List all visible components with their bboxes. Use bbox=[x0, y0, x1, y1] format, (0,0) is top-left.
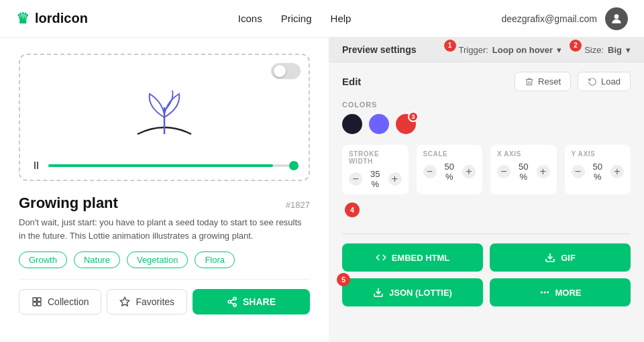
trash-icon bbox=[525, 77, 534, 87]
gif-label: GIF bbox=[561, 253, 576, 263]
pause-icon[interactable]: ⏸ bbox=[31, 160, 42, 172]
plant-icon bbox=[124, 80, 205, 154]
stroke-value: 35 % bbox=[366, 169, 384, 189]
bottom-actions: Collection Favorites SHARE bbox=[19, 279, 310, 315]
trigger-value: Loop on hover bbox=[492, 45, 553, 55]
colors-label: COLORS bbox=[342, 101, 631, 109]
star-icon bbox=[119, 296, 130, 307]
collection-icon bbox=[32, 296, 42, 307]
more-icon bbox=[539, 287, 550, 298]
svg-point-9 bbox=[233, 304, 236, 306]
stroke-minus-button[interactable]: − bbox=[349, 172, 362, 186]
size-label: Size: bbox=[584, 45, 604, 55]
yaxis-label: Y AXIS bbox=[572, 150, 625, 158]
json-lottie-wrapper: 5 JSON (LOTTIE) bbox=[342, 278, 483, 306]
icon-preview: ⏸ bbox=[19, 54, 310, 181]
xaxis-minus-button[interactable]: − bbox=[497, 165, 511, 178]
user-area: deezgrafix@gmail.com bbox=[501, 7, 628, 30]
favorites-label: Favorites bbox=[136, 296, 174, 307]
json-lottie-button[interactable]: JSON (LOTTIE) bbox=[342, 278, 483, 306]
avatar[interactable] bbox=[605, 7, 628, 30]
svg-marker-6 bbox=[121, 297, 129, 306]
icon-name: Growing plant bbox=[19, 194, 118, 212]
stroke-width-control: STROKE WIDTH − 35 % + bbox=[342, 145, 409, 194]
main-layout: ⏸ Growing plant #1827 Don't wait, just s… bbox=[0, 38, 644, 342]
sliders-row: STROKE WIDTH − 35 % + SCALE − 50 % + bbox=[342, 145, 631, 194]
scale-minus-button[interactable]: − bbox=[423, 165, 437, 178]
progress-knob bbox=[289, 161, 299, 170]
more-button[interactable]: MORE bbox=[490, 278, 631, 306]
reset-label: Reset bbox=[538, 76, 561, 87]
tag-flora[interactable]: Flora bbox=[195, 251, 235, 268]
toggle-button[interactable] bbox=[271, 63, 301, 79]
svg-point-15 bbox=[547, 292, 548, 292]
nav-pricing[interactable]: Pricing bbox=[281, 13, 312, 24]
download-icon-json bbox=[373, 287, 384, 298]
xaxis-plus-button[interactable]: + bbox=[537, 165, 550, 178]
nav-icons[interactable]: Icons bbox=[238, 13, 262, 24]
share-button[interactable]: SHARE bbox=[193, 289, 310, 315]
scale-control: SCALE − 50 % + bbox=[417, 145, 483, 194]
reset-button[interactable]: Reset bbox=[515, 72, 571, 91]
divider bbox=[342, 233, 631, 234]
right-panel: Preview settings 1 Trigger: Loop on hove… bbox=[329, 38, 644, 342]
preview-settings-bar: Preview settings 1 Trigger: Loop on hove… bbox=[329, 38, 644, 62]
yaxis-plus-button[interactable]: + bbox=[610, 165, 624, 178]
svg-line-10 bbox=[231, 302, 234, 304]
yaxis-minus-button[interactable]: − bbox=[572, 165, 585, 178]
tag-vegetation[interactable]: Vegetation bbox=[127, 251, 188, 268]
gif-button[interactable]: GIF bbox=[490, 243, 631, 272]
color-swatch-purple[interactable] bbox=[369, 114, 389, 134]
svg-rect-4 bbox=[33, 302, 36, 306]
collection-button[interactable]: Collection bbox=[19, 289, 101, 315]
export-grid: EMBED HTML GIF 5 JSON (LOTTIE) MORE bbox=[329, 243, 644, 317]
color-swatch-red[interactable]: 3 bbox=[396, 114, 416, 134]
svg-rect-2 bbox=[33, 298, 36, 301]
tag-growth[interactable]: Growth bbox=[19, 251, 67, 268]
preview-settings-label: Preview settings bbox=[342, 44, 417, 55]
svg-point-8 bbox=[228, 300, 231, 303]
favorites-button[interactable]: Favorites bbox=[107, 289, 187, 315]
left-panel: ⏸ Growing plant #1827 Don't wait, just s… bbox=[0, 38, 329, 342]
tags-list: Growth Nature Vegetation Flora bbox=[19, 251, 310, 268]
badge-1: 1 bbox=[444, 40, 456, 52]
nav-help[interactable]: Help bbox=[331, 13, 352, 24]
edit-section: Edit Reset Load COLORS bbox=[329, 62, 644, 233]
color-swatch-dark[interactable] bbox=[342, 114, 362, 134]
download-icon-gif bbox=[545, 252, 555, 263]
size-value: Big bbox=[608, 45, 622, 55]
tag-nature[interactable]: Nature bbox=[74, 251, 120, 268]
yaxis-controls: − 50 % + bbox=[572, 162, 625, 182]
header: ♛ lordicon Icons Pricing Help deezgrafix… bbox=[0, 0, 644, 38]
scale-controls: − 50 % + bbox=[423, 162, 476, 182]
yaxis-value: 50 % bbox=[589, 162, 607, 182]
xaxis-label: X AXIS bbox=[497, 150, 550, 158]
size-control[interactable]: 2 Size: Big ▾ bbox=[575, 45, 631, 55]
yaxis-control: Y AXIS − 50 % + bbox=[565, 145, 631, 194]
progress-fill bbox=[48, 164, 273, 167]
svg-point-16 bbox=[541, 292, 541, 292]
logo-text: lordicon bbox=[35, 11, 88, 26]
icon-id: #1827 bbox=[286, 200, 310, 210]
svg-point-7 bbox=[233, 297, 236, 300]
logo[interactable]: ♛ lordicon bbox=[16, 10, 88, 27]
badge-2: 2 bbox=[570, 40, 582, 52]
xaxis-controls: − 50 % + bbox=[497, 162, 550, 182]
stroke-control: − 35 % + bbox=[349, 169, 402, 189]
scale-plus-button[interactable]: + bbox=[462, 165, 476, 178]
svg-rect-3 bbox=[38, 298, 41, 301]
trigger-control[interactable]: 1 Trigger: Loop on hover ▾ bbox=[449, 45, 562, 55]
icon-title-row: Growing plant #1827 bbox=[19, 194, 310, 212]
share-label: SHARE bbox=[243, 296, 276, 307]
collection-label: Collection bbox=[48, 296, 89, 307]
svg-line-11 bbox=[231, 299, 234, 301]
edit-buttons: Reset Load bbox=[515, 72, 631, 91]
settings-controls: 1 Trigger: Loop on hover ▾ 2 Size: Big ▾ bbox=[449, 45, 631, 55]
edit-label: Edit bbox=[342, 76, 361, 87]
load-icon bbox=[588, 77, 597, 87]
code-icon bbox=[376, 252, 386, 263]
embed-html-button[interactable]: EMBED HTML bbox=[342, 243, 483, 272]
progress-track[interactable] bbox=[48, 164, 298, 167]
load-button[interactable]: Load bbox=[578, 72, 631, 91]
stroke-plus-button[interactable]: + bbox=[388, 172, 402, 186]
